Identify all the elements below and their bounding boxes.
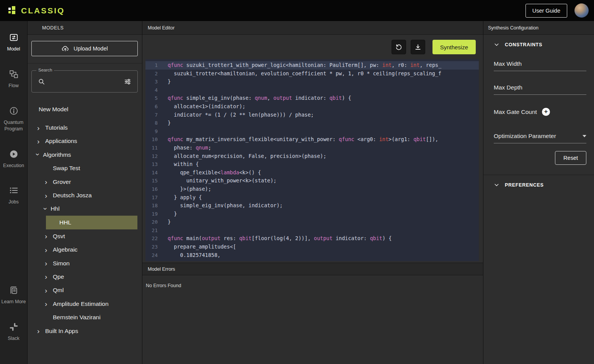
slack-icon (9, 322, 19, 332)
model-errors-body: No Errors Found (142, 275, 483, 364)
tree-item-algebraic[interactable]: ›Algebraic (28, 243, 142, 257)
max-width-field[interactable]: Max Width (494, 60, 586, 71)
tree-item-qpe[interactable]: ›Qpe (28, 270, 142, 283)
sidebar-item-quantum-program[interactable]: Quantum Program (0, 106, 28, 132)
line-number: 18 (145, 202, 158, 210)
chevron-right-icon[interactable]: › (45, 178, 53, 185)
chevron-right-icon[interactable]: › (45, 192, 53, 199)
filter-icon[interactable] (124, 78, 132, 86)
tree-item-label: Grover (53, 179, 71, 185)
chevron-down-icon (494, 42, 499, 47)
tree-item-hhl[interactable]: ›Hhl (28, 202, 142, 216)
user-avatar[interactable] (574, 3, 589, 18)
topbar: CLASSIQ User Guide (0, 0, 594, 21)
chevron-right-icon[interactable]: › (45, 232, 53, 240)
preferences-section-label: PREFERENCES (505, 182, 543, 188)
sidebar-item-flow[interactable]: Flow (0, 69, 28, 89)
code-line[interactable]: 17 } apply { (145, 193, 479, 202)
code-line[interactable]: 5qfunc simple_eig_inv(phase: qnum, outpu… (145, 94, 479, 102)
chevron-right-icon[interactable]: › (45, 287, 53, 294)
code-line[interactable]: 4 (145, 86, 479, 94)
code-line[interactable]: 7 indicator *= (1 / (2 ** len(phase))) /… (145, 111, 479, 119)
optimization-parameter-select[interactable]: Optimization Parameter (494, 133, 586, 143)
tree-item-hhl[interactable]: HHL (46, 216, 137, 229)
sidebar-item-learn-more[interactable]: Learn More (0, 285, 28, 305)
code-line[interactable]: 24 0.1825741858, (145, 251, 479, 260)
max-depth-field[interactable]: Max Depth (494, 84, 586, 95)
tree-item-built-in-apps[interactable]: ›Built In Apps (28, 324, 142, 338)
line-number: 23 (145, 243, 158, 251)
reset-button[interactable]: Reset (555, 151, 586, 165)
code-line[interactable]: 1qfunc suzuki_trotter1_with_power_logic<… (145, 61, 479, 70)
code-line[interactable]: 11 phase: qnum; (145, 144, 479, 152)
model-editor-header: Model Editor (142, 21, 483, 35)
code-line[interactable]: 13 within { (145, 160, 479, 169)
code-line[interactable]: 12 allocate_num<precision, False, precis… (145, 152, 479, 161)
tree-item-deutsch-josza[interactable]: ›Deutsch Josza (28, 188, 142, 202)
download-button[interactable] (411, 40, 425, 54)
line-number: 14 (145, 169, 158, 177)
code-line[interactable]: 19 } (145, 210, 479, 218)
tree-item-qml[interactable]: ›Qml (28, 284, 142, 297)
code-line[interactable]: 2 suzuki_trotter<hamiltonian, evolution_… (145, 70, 479, 78)
chevron-down-icon (494, 182, 499, 188)
tree-item-amplitude-estimation[interactable]: ›Amplitude Estimation (28, 297, 142, 310)
code-line[interactable]: 22qfunc main(output res: qbit[floor(log(… (145, 234, 479, 243)
code-line[interactable]: 20} (145, 218, 479, 226)
models-panel-header: MODELS (28, 21, 142, 35)
chevron-right-icon[interactable]: › (37, 124, 45, 132)
sidebar-item-jobs[interactable]: Jobs (0, 185, 28, 205)
code-line[interactable]: 21 (145, 226, 479, 235)
line-number: 17 (145, 193, 158, 202)
code-line[interactable]: 18 simple_eig_inv(phase, indicator); (145, 202, 479, 210)
code-line[interactable]: 10qfunc my_matrix_inversion_flexible<uni… (145, 135, 479, 144)
tree-item-label: New Model (39, 106, 69, 113)
chevron-right-icon[interactable]: › (45, 273, 53, 280)
sidebar-item-slack[interactable]: Slack (0, 322, 28, 342)
preferences-section-toggle[interactable]: PREFERENCES (483, 175, 594, 188)
learn-more-icon (9, 285, 19, 295)
sidebar-item-execution[interactable]: Execution (0, 149, 28, 169)
revert-button[interactable] (392, 40, 406, 54)
line-number: 6 (145, 102, 158, 111)
code-line[interactable]: 3} (145, 78, 479, 86)
search-input[interactable] (49, 78, 120, 85)
chevron-right-icon[interactable]: › (45, 246, 53, 253)
add-gate-count-button[interactable]: + (542, 108, 550, 116)
synthesis-config-panel: Synthesis Configuration CONSTRAINTS Max … (483, 21, 594, 364)
synthesis-config-header: Synthesis Configuration (483, 21, 594, 35)
code-line[interactable]: 8} (145, 119, 479, 127)
tree-item-label: Applications (45, 138, 77, 145)
tree-item-qsvt[interactable]: ›Qsvt (28, 229, 142, 243)
code-line[interactable]: 15 unitary_with_power<k>(state); (145, 177, 479, 185)
code-line[interactable]: 23 prepare_amplitudes<[ (145, 243, 479, 251)
tree-item-tutorials[interactable]: ›Tutorials (28, 121, 142, 134)
chevron-right-icon[interactable]: › (45, 260, 53, 267)
chevron-down-icon[interactable]: › (42, 208, 49, 210)
code-line[interactable]: 16 }>(phase); (145, 185, 479, 193)
code-line[interactable]: 9 (145, 127, 479, 136)
code-line[interactable]: 6 allocate<1>(indicator); (145, 102, 479, 111)
model-icon (9, 32, 19, 42)
synthesize-button[interactable]: Synthesize (432, 40, 476, 54)
constraints-section-toggle[interactable]: CONSTRAINTS (483, 35, 594, 47)
tree-item-grover[interactable]: ›Grover (28, 175, 142, 188)
sidebar-item-label: Learn More (0, 299, 27, 305)
tree-item-swap-test[interactable]: Swap Test (28, 162, 142, 175)
tree-item-algorithms[interactable]: ›Algorithms (28, 148, 142, 161)
sidebar-item-model[interactable]: Model (0, 32, 28, 52)
chevron-right-icon[interactable]: › (37, 327, 45, 335)
user-guide-button[interactable]: User Guide (525, 4, 567, 18)
code-editor[interactable]: 1qfunc suzuki_trotter1_with_power_logic<… (145, 59, 479, 261)
upload-model-button[interactable]: Upload Model (31, 41, 138, 56)
tree-item-applications[interactable]: ›Applications (28, 135, 142, 148)
code-line[interactable]: 14 qpe_flexible<lambda<k>() { (145, 169, 479, 177)
tree-item-simon[interactable]: ›Simon (28, 257, 142, 270)
chevron-right-icon[interactable]: › (45, 300, 53, 307)
line-number: 7 (145, 111, 158, 119)
tree-item-bernstein-vazirani[interactable]: Bernstein Vazirani (28, 310, 142, 324)
tree-item-new-model[interactable]: New Model (28, 102, 142, 116)
chevron-down-icon[interactable]: › (34, 153, 42, 156)
line-number: 21 (145, 226, 158, 235)
chevron-right-icon[interactable]: › (37, 138, 45, 145)
